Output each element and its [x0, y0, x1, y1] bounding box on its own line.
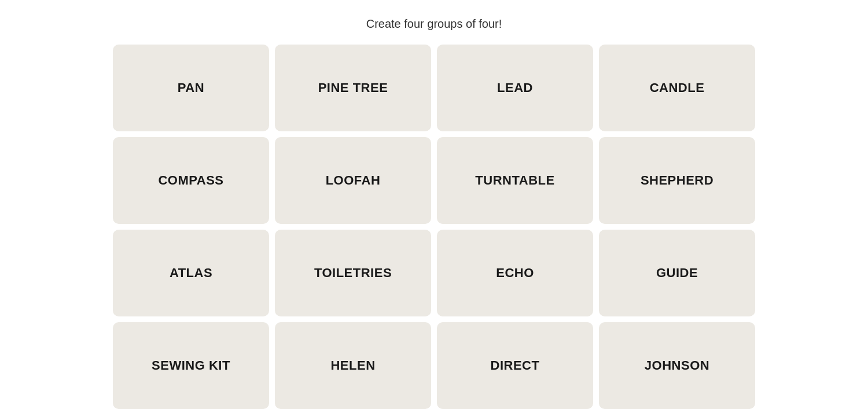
- tile-label-loofah: LOOFAH: [326, 173, 381, 188]
- game-subtitle: Create four groups of four!: [366, 17, 502, 31]
- tile-candle[interactable]: CANDLE: [599, 45, 755, 131]
- tile-label-candle: CANDLE: [650, 80, 705, 95]
- tile-toiletries[interactable]: TOILETRIES: [275, 230, 431, 316]
- tile-pine-tree[interactable]: PINE TREE: [275, 45, 431, 131]
- tile-label-atlas: ATLAS: [170, 266, 212, 281]
- tile-echo[interactable]: ECHO: [437, 230, 593, 316]
- tile-label-turntable: TURNTABLE: [475, 173, 554, 188]
- tile-label-toiletries: TOILETRIES: [314, 266, 392, 281]
- tile-label-direct: DIRECT: [491, 358, 540, 373]
- tile-guide[interactable]: GUIDE: [599, 230, 755, 316]
- tile-label-pine-tree: PINE TREE: [318, 80, 388, 95]
- tile-atlas[interactable]: ATLAS: [113, 230, 269, 316]
- tile-label-echo: ECHO: [496, 266, 534, 281]
- tile-label-sewing-kit: SEWING KIT: [152, 358, 230, 373]
- tile-direct[interactable]: DIRECT: [437, 322, 593, 409]
- tile-label-johnson: JOHNSON: [645, 358, 709, 373]
- tile-sewing-kit[interactable]: SEWING KIT: [113, 322, 269, 409]
- tile-turntable[interactable]: TURNTABLE: [437, 137, 593, 224]
- tile-label-pan: PAN: [178, 80, 204, 95]
- tile-compass[interactable]: COMPASS: [113, 137, 269, 224]
- tile-label-helen: HELEN: [330, 358, 375, 373]
- tile-label-compass: COMPASS: [158, 173, 223, 188]
- tile-label-lead: LEAD: [497, 80, 533, 95]
- tile-label-guide: GUIDE: [656, 266, 698, 281]
- word-grid: PANPINE TREELEADCANDLECOMPASSLOOFAHTURNT…: [113, 45, 755, 409]
- tile-shepherd[interactable]: SHEPHERD: [599, 137, 755, 224]
- tile-pan[interactable]: PAN: [113, 45, 269, 131]
- tile-loofah[interactable]: LOOFAH: [275, 137, 431, 224]
- tile-lead[interactable]: LEAD: [437, 45, 593, 131]
- tile-johnson[interactable]: JOHNSON: [599, 322, 755, 409]
- tile-helen[interactable]: HELEN: [275, 322, 431, 409]
- tile-label-shepherd: SHEPHERD: [641, 173, 713, 188]
